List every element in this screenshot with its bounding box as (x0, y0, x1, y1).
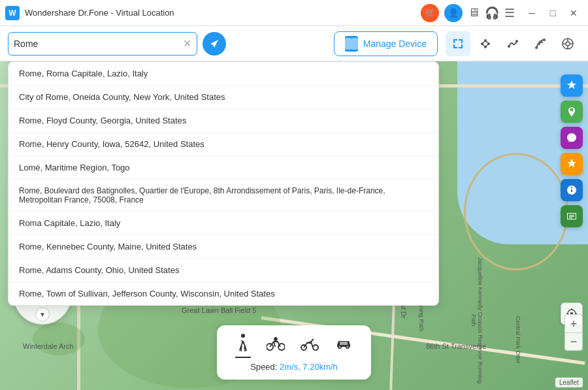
map-label-winterdale: Winterdale Arch (23, 342, 74, 350)
manage-device-label: Manage Device (363, 39, 427, 49)
svg-point-7 (543, 39, 546, 41)
title-bar-left: W Wondershare Dr.Fone - Virtual Location (5, 6, 174, 20)
right-float-btn-3[interactable] (561, 153, 583, 175)
search-clear-icon[interactable]: ✕ (183, 37, 191, 50)
toolbar-right-icons (446, 31, 580, 56)
svg-point-6 (535, 46, 538, 49)
map-label-field5: Great Lawn Ball Field 5 (182, 306, 256, 314)
autocomplete-item-0[interactable]: Rome, Roma Capitale, Lazio, Italy (8, 62, 438, 86)
tool-two-spot-btn[interactable] (500, 31, 525, 56)
right-float-btn-5[interactable] (561, 205, 583, 227)
autocomplete-dropdown: Rome, Roma Capitale, Lazio, Italy City o… (8, 61, 439, 306)
right-float-buttons (561, 74, 583, 227)
speed-car-icon[interactable] (335, 337, 353, 354)
autocomplete-item-6[interactable]: Roma Capitale, Lazio, Italy (8, 212, 438, 235)
search-box: ✕ (8, 32, 197, 56)
search-input[interactable] (14, 39, 183, 49)
headphone-icon-btn[interactable]: 🎧 (485, 6, 499, 20)
manage-device-button[interactable]: Manage Device (334, 31, 438, 56)
speed-scooter-icon[interactable] (301, 336, 319, 355)
svg-point-34 (347, 346, 349, 348)
user-icon-btn[interactable]: 👤 (444, 4, 463, 22)
tool-route-btn[interactable] (528, 31, 553, 56)
svg-point-20 (241, 334, 245, 338)
autocomplete-item-1[interactable]: City of Rome, Oneida County, New York, U… (8, 86, 438, 109)
main-content: 86th Street West Dr East Dr Winterdale A… (0, 61, 588, 390)
autocomplete-item-5[interactable]: Rome, Boulevard des Batignolles, Quartie… (8, 180, 438, 212)
svg-rect-30 (340, 342, 348, 345)
toolbar: ✕ Manage Device (0, 26, 588, 61)
minimize-button[interactable]: ─ (523, 4, 541, 22)
search-area: ✕ (8, 32, 226, 56)
title-icons: 🛒 👤 🖥 🎧 ☰ (421, 4, 515, 22)
title-bar: W Wondershare Dr.Fone - Virtual Location… (0, 0, 588, 26)
autocomplete-item-4[interactable]: Lomé, Maritime Region, Togo (8, 156, 438, 180)
tool-teleport-btn[interactable] (446, 31, 470, 56)
autocomplete-item-9[interactable]: Rome, Town of Sullivan, Jefferson County… (8, 282, 438, 305)
right-float-btn-1[interactable] (561, 101, 583, 123)
search-go-button[interactable] (203, 32, 226, 56)
speed-walk-icon[interactable] (235, 333, 251, 358)
right-float-btn-2[interactable] (561, 127, 583, 149)
tool-joystick-btn[interactable] (555, 31, 580, 56)
autocomplete-item-7[interactable]: Rome, Kennebec County, Maine, United Sta… (8, 235, 438, 259)
svg-point-9 (566, 42, 570, 46)
list-icon-btn[interactable]: ☰ (504, 6, 515, 20)
svg-point-4 (508, 45, 510, 48)
speed-bike-icon[interactable] (267, 336, 285, 355)
tool-multi-spot-btn[interactable] (473, 31, 498, 56)
map-label-otter: Central Park Otter (515, 316, 521, 364)
speed-icons (235, 333, 353, 358)
speed-label: Speed: (250, 362, 280, 372)
device-icon (345, 36, 358, 52)
svg-point-5 (515, 40, 518, 42)
app-icon: W (5, 6, 20, 20)
compass-south-btn[interactable]: ▼ (35, 307, 50, 321)
maximize-button[interactable]: □ (544, 4, 562, 22)
svg-line-22 (243, 341, 245, 346)
svg-point-27 (274, 338, 277, 340)
cart-icon-btn[interactable]: 🛒 (421, 4, 439, 22)
zoom-in-button[interactable]: + (564, 314, 583, 333)
monitor-icon-btn[interactable]: 🖥 (468, 6, 480, 20)
speed-panel: Speed: 2m/s, 7.20km/h (217, 325, 371, 380)
autocomplete-item-8[interactable]: Rome, Adams County, Ohio, United States (8, 259, 438, 282)
winterdale-area (33, 323, 85, 355)
autocomplete-item-3[interactable]: Rome, Henry County, Iowa, 52642, United … (8, 133, 438, 156)
zoom-out-button[interactable]: − (564, 333, 583, 351)
title-bar-right: 🛒 👤 🖥 🎧 ☰ ─ □ ✕ (421, 4, 583, 22)
leaflet-badge[interactable]: Leaflet (555, 378, 583, 387)
svg-point-29 (313, 345, 318, 350)
autocomplete-item-2[interactable]: Rome, Floyd County, Georgia, United Stat… (8, 109, 438, 133)
app-title: Wondershare Dr.Fone - Virtual Location (25, 8, 174, 18)
close-button[interactable]: ✕ (564, 4, 583, 22)
speed-value: 2m/s, 7.20km/h (280, 362, 338, 372)
zoom-controls: + − (564, 314, 583, 351)
svg-point-33 (339, 346, 341, 348)
right-float-btn-0[interactable] (561, 74, 583, 97)
right-float-btn-4[interactable] (561, 179, 583, 201)
map-label-reservoir2: Jacqueline Kennedy Onassis Reservoir Run… (470, 251, 483, 390)
speed-text: Speed: 2m/s, 7.20km/h (250, 362, 338, 372)
